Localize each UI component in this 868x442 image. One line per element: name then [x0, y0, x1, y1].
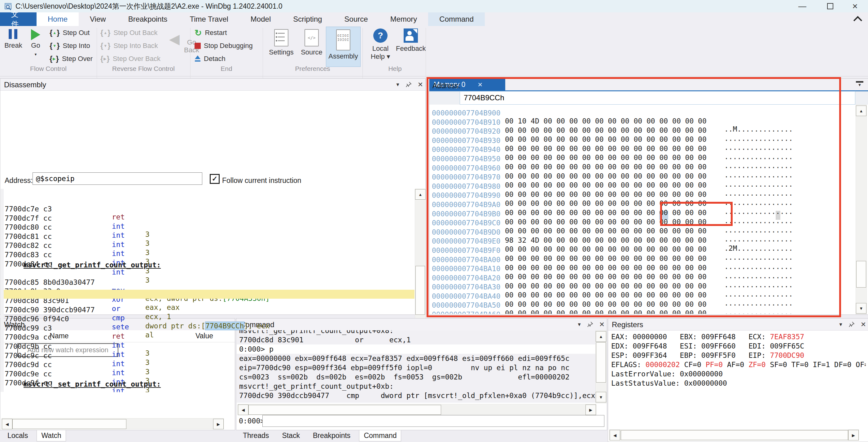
memory-row[interactable]: 000000007704BA50 00 00 00 00 00 00 00 00… — [429, 293, 854, 302]
scroll-down-button[interactable]: ▼ — [596, 392, 606, 402]
memory-row[interactable]: 000000007704B9D0 98 32 4D 00 00 00 00 00… — [429, 220, 854, 229]
panel-tab[interactable]: Watch — [36, 430, 66, 441]
scroll-thumb[interactable] — [12, 419, 126, 429]
disassembly-line[interactable]: 7700dc9d cc int 3 — [0, 344, 414, 354]
go-button[interactable]: Go ▾ — [26, 27, 45, 58]
registers-hscrollbar[interactable]: ◀ ▶ — [609, 429, 859, 440]
scroll-right-button[interactable]: ▶ — [848, 430, 859, 440]
command-input[interactable] — [262, 415, 604, 427]
follow-current-instruction-checkbox[interactable]: ✓ — [210, 174, 220, 184]
eflags-row[interactable]: EFLAGS: 00000202 CF=0 PF=0 AF=0 ZF=0 SF=… — [611, 360, 866, 369]
assembly-mode-button[interactable]: OIIOIIOIOI Assembly — [326, 27, 361, 67]
memory-row[interactable]: 000000007704BA00 00 00 00 00 00 00 00 00… — [429, 248, 854, 257]
break-button[interactable]: Break — [2, 27, 25, 49]
memory-row[interactable]: 000000007704B9B0 00 00 00 00 00 00 00 00… — [429, 202, 854, 211]
disassembly-line[interactable]: 7700dc7e c3 ret — [0, 189, 414, 198]
memory-row[interactable]: 000000007704B9E0 00 00 00 00 00 00 00 00… — [429, 229, 854, 238]
scroll-thumb[interactable] — [415, 266, 425, 315]
disassembly-line[interactable]: 7700dc80 cc int 3 — [0, 207, 414, 216]
memory-row[interactable]: 000000007704B9C0 00 00 00 00 00 00 00 00… — [429, 211, 854, 220]
close-tab-icon[interactable]: × — [478, 80, 482, 90]
memory-row[interactable]: 000000007704B950 00 00 00 00 00 00 00 00… — [429, 147, 854, 156]
memory-address-input[interactable] — [460, 91, 855, 105]
disassembly-line[interactable]: 7700dc9c cc int 3 — [0, 336, 414, 345]
panel-menu-icon[interactable]: ▾ — [578, 321, 581, 328]
disassembly-line[interactable]: 7700dc9f cc int 3 — [0, 363, 414, 372]
panel-tab[interactable]: Threads — [239, 430, 273, 441]
go-back-button[interactable]: ◀ — [169, 31, 180, 47]
disassembly-line[interactable]: 7700dc85 8b0d30a30477 mov ecx, dword ptr… — [0, 262, 414, 271]
scroll-right-button[interactable]: ▶ — [213, 419, 224, 429]
scroll-thumb[interactable] — [621, 430, 848, 440]
scroll-left-button[interactable]: ◀ — [238, 405, 248, 415]
ribbon-tab[interactable]: Memory — [379, 12, 428, 26]
scroll-thumb[interactable] — [856, 261, 866, 287]
local-help-button[interactable]: ? Local Help ▾ — [366, 27, 395, 61]
ribbon-tab[interactable]: Source — [333, 12, 379, 26]
memory-row[interactable]: 000000007704B910 00 00 00 00 00 00 00 00… — [429, 110, 854, 120]
memory-row[interactable]: 000000007704B930 00 00 00 00 00 00 00 00… — [429, 129, 854, 138]
memory-row[interactable]: 000000007704BA30 00 00 00 00 00 00 00 00… — [429, 275, 854, 284]
watch-hscrollbar[interactable]: ◀ ▶ — [2, 418, 224, 429]
settings-button[interactable]: Settings — [266, 27, 297, 66]
scroll-up-button[interactable]: ▲ — [596, 331, 606, 342]
memory-options-button[interactable]: ▾ — [856, 80, 864, 87]
ribbon-tab[interactable]: View — [79, 12, 117, 26]
memory-scrollbar[interactable]: ▲ ▼ — [856, 105, 867, 314]
scroll-left-button[interactable]: ◀ — [2, 419, 12, 429]
memory-row[interactable]: 000000007704B970 00 00 00 00 00 00 00 00… — [429, 165, 854, 174]
disassembly-line[interactable]: 7700dc8b 33c0 xor eax, eax — [0, 271, 414, 280]
memory-hex-dump[interactable]: 000000007704B900 00 10 4D 00 00 00 00 00… — [429, 101, 854, 314]
panel-tab[interactable]: Locals — [3, 430, 32, 441]
disassembly-line[interactable]: 7700dc83 cc int 3 — [0, 235, 414, 244]
step-out-back-button[interactable]: {▲} Step Out Back — [100, 27, 157, 38]
memory-row[interactable]: 000000007704B920 00 00 00 00 00 00 00 00… — [429, 119, 854, 129]
close-window-button[interactable]: × — [845, 0, 865, 12]
disassembly-line[interactable]: 7700dc82 cc int 3 — [0, 225, 414, 235]
memory-row[interactable]: 000000007704B9F0 00 00 00 00 00 00 00 00… — [429, 238, 854, 248]
memory-row[interactable]: 000000007704B940 00 00 00 00 00 00 00 00… — [429, 137, 854, 147]
register-row[interactable]: EDX: 009FF648 ESI: 009FF660 EDI: 009FF65… — [611, 341, 866, 351]
ribbon-tab[interactable]: Model — [240, 12, 282, 26]
last-error-row[interactable]: LastErrorValue: 0x00000000 — [611, 369, 866, 379]
step-over-button[interactable]: {▶} Step Over — [50, 53, 93, 64]
disassembly-line[interactable]: 7700dc8d 83c901 or ecx, 1 — [0, 280, 414, 290]
scroll-right-button[interactable]: ▶ — [586, 405, 596, 415]
ribbon-tab[interactable]: Breakpoints — [117, 12, 179, 26]
disassembly-line[interactable]: msvcrt!_get_printf_count_output: — [0, 253, 414, 262]
disassembly-line[interactable]: 7700dca0 8bff mov edi, edi — [0, 381, 414, 390]
command-scrollbar[interactable]: ▲ ▼ — [595, 330, 607, 403]
panel-tab[interactable]: Breakpoints — [309, 430, 355, 441]
disassembly-line[interactable]: 7700dc9a cc int 3 — [0, 317, 414, 326]
minimize-button[interactable]: — — [793, 0, 812, 12]
stop-debugging-button[interactable]: Stop Debugging — [194, 40, 253, 52]
disassembly-line[interactable]: 7700dc81 cc int 3 — [0, 216, 414, 226]
feedback-button[interactable]: Feedback — [396, 27, 426, 53]
source-mode-button[interactable]: </> Source — [296, 27, 327, 66]
memory-row[interactable]: 000000007704BA20 00 00 00 00 00 00 00 00… — [429, 266, 854, 275]
memory-row[interactable]: 000000007704B990 00 00 00 00 00 00 00 00… — [429, 183, 854, 193]
step-into-button[interactable]: {▼} Step Into — [50, 40, 90, 52]
panel-menu-icon[interactable]: ▾ — [839, 321, 842, 328]
register-row[interactable]: EAX: 00000000 EBX: 009FF648 ECX: 7EAF835… — [611, 332, 866, 341]
collapse-ribbon-button[interactable] — [853, 15, 862, 23]
ribbon-tab[interactable]: Home — [36, 12, 79, 26]
pin-icon[interactable] — [587, 321, 593, 328]
disassembly-line[interactable]: 7700dc84 cc int 3 — [0, 244, 414, 253]
memory-row[interactable]: 000000007704BA10 00 00 00 00 00 00 00 00… — [429, 257, 854, 266]
pin-icon[interactable] — [848, 321, 855, 328]
restart-button[interactable]: ↻ Restart — [194, 27, 227, 38]
disassembly-line[interactable]: 7700dc99 c3 ret — [0, 308, 414, 317]
memory-row[interactable]: 000000007704B960 00 00 00 00 00 00 00 00… — [429, 156, 854, 165]
disassembly-line[interactable]: 7700dc96 0f94c0 sete al — [0, 299, 414, 308]
ribbon-tab[interactable]: Scripting — [282, 12, 333, 26]
panel-tab[interactable]: Stack — [278, 430, 304, 441]
restore-button[interactable] — [820, 0, 840, 12]
scroll-up-button[interactable]: ▲ — [415, 189, 426, 200]
disassembly-line[interactable]: 7700dc9e cc int 3 — [0, 354, 414, 363]
ribbon-tab[interactable]: Time Travel — [179, 12, 239, 26]
close-panel-icon[interactable]: × — [599, 320, 604, 329]
disassembly-line[interactable]: 7700dc90 390dccb90477 cmp dword ptr ds:[… — [0, 290, 414, 299]
panel-menu-icon[interactable]: ▾ — [397, 81, 399, 88]
disassembly-address-input[interactable] — [33, 172, 202, 185]
